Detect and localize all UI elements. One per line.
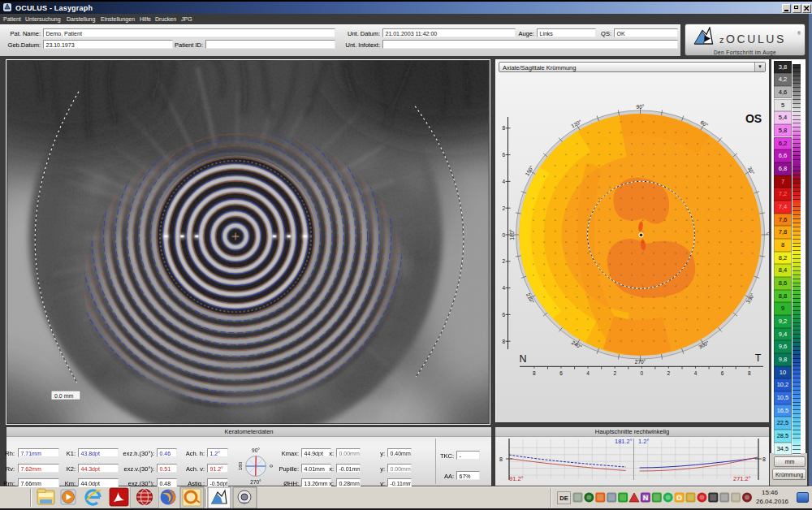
svg-text:8: 8 (748, 370, 751, 376)
svg-text:2: 2 (502, 205, 505, 211)
svg-text:z: z (719, 35, 724, 45)
svg-text:®: ® (797, 31, 801, 36)
svg-text:270°: 270° (250, 479, 261, 485)
svg-text:OCULUS: OCULUS (726, 32, 786, 45)
svg-text:0: 0 (269, 465, 274, 468)
svg-text:4: 4 (694, 370, 698, 376)
svg-text:270°: 270° (635, 359, 646, 365)
svg-text:8: 8 (502, 125, 505, 131)
svg-text:4: 4 (502, 285, 505, 291)
svg-text:T: T (755, 352, 762, 364)
svg-text:0: 0 (640, 370, 643, 376)
svg-text:8: 8 (499, 456, 503, 462)
svg-text:180: 180 (238, 461, 243, 470)
svg-text:4: 4 (586, 370, 590, 376)
svg-text:2: 2 (502, 258, 505, 264)
svg-text:6: 6 (559, 370, 563, 376)
svg-text:8: 8 (762, 456, 766, 462)
svg-text:2: 2 (613, 370, 616, 376)
svg-text:180°: 180° (509, 229, 515, 240)
svg-text:2: 2 (667, 370, 671, 376)
svg-text:6: 6 (721, 370, 724, 376)
svg-text:8: 8 (533, 370, 536, 376)
svg-text:90°: 90° (637, 104, 645, 110)
svg-text:90°: 90° (252, 447, 260, 453)
svg-text:N: N (519, 353, 526, 365)
svg-text:6: 6 (502, 312, 505, 318)
svg-text:OS: OS (745, 112, 762, 125)
svg-text:0.0 mm: 0.0 mm (54, 393, 73, 399)
svg-text:6: 6 (502, 152, 505, 158)
svg-text:4: 4 (502, 179, 505, 184)
svg-text:8: 8 (502, 339, 505, 344)
svg-text:N: N (643, 494, 649, 502)
svg-text:0: 0 (502, 232, 505, 238)
svg-text:O: O (676, 494, 682, 502)
svg-text:0°: 0° (766, 232, 769, 238)
